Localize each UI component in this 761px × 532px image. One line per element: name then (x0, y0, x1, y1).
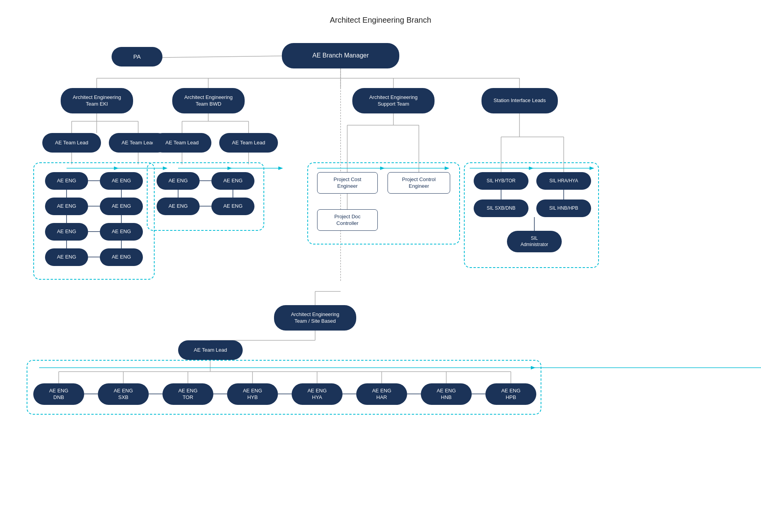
node-project-cost: Project CostEngineer (317, 172, 378, 194)
node-sil-hra-hya: SIL HRA/HYA (536, 172, 591, 190)
node-eng-eki-r4c2: AE ENG (100, 248, 143, 266)
node-eng-eki-r3c2: AE ENG (100, 223, 143, 241)
node-eng-hpb: AE ENGHPB (485, 383, 536, 405)
node-eng-eki-r1c2: AE ENG (100, 172, 143, 190)
node-eng-eki-r4c1: AE ENG (45, 248, 88, 266)
node-eng-bwd-r2c1: AE ENG (157, 198, 200, 215)
node-ae-team-bwd: Architect EngineeringTeam BWD (172, 88, 245, 113)
node-sil-hnb-hpb: SIL HNB/HPB (536, 200, 591, 217)
node-sil-sxb-dnb: SIL SXB/DNB (474, 200, 528, 217)
node-project-control: Project ControlEngineer (388, 172, 450, 194)
node-eng-bwd-r2c2: AE ENG (211, 198, 254, 215)
node-eng-eki-r1c1: AE ENG (45, 172, 88, 190)
node-ae-team-lead-bwd-1: AE Team Lead (153, 133, 211, 153)
svg-line-0 (162, 56, 282, 58)
node-sil-admin: SILAdministrator (507, 231, 562, 252)
node-eng-har: AE ENGHAR (356, 383, 407, 405)
node-ae-team-site: Architect EngineeringTeam / Site Based (274, 305, 356, 331)
node-eng-dnb: AE ENGDNB (33, 383, 84, 405)
node-eng-hya: AE ENGHYA (292, 383, 343, 405)
node-ae-support: Architect EngineeringSupport Team (352, 88, 435, 113)
node-pa: PA (112, 47, 162, 66)
node-eng-eki-r2c2: AE ENG (100, 198, 143, 215)
node-ae-team-lead-site: AE Team Lead (178, 340, 243, 360)
node-ae-team-lead-eki-1: AE Team Lead (42, 133, 101, 153)
node-eng-tor: AE ENGTOR (162, 383, 213, 405)
node-eng-hnb: AE ENGHNB (421, 383, 472, 405)
node-station-interface: Station Interface Leads (481, 88, 558, 113)
node-ae-team-lead-bwd-2: AE Team Lead (219, 133, 278, 153)
node-eng-eki-r3c1: AE ENG (45, 223, 88, 241)
node-eng-bwd-r1c2: AE ENG (211, 172, 254, 190)
node-ae-team-eki: Architect EngineeringTeam EKI (61, 88, 133, 113)
node-project-doc: Project DocController (317, 209, 378, 231)
page: Architect Engineering Branch (0, 0, 761, 532)
node-eng-bwd-r1c1: AE ENG (157, 172, 200, 190)
node-eng-hyb: AE ENGHYB (227, 383, 278, 405)
page-title: Architect Engineering Branch (330, 16, 431, 25)
node-sil-hyb-tor: SIL HYB/TOR (474, 172, 528, 190)
node-ae-branch-manager: AE Branch Manager (282, 43, 399, 68)
node-eng-eki-r2c1: AE ENG (45, 198, 88, 215)
node-eng-sxb: AE ENGSXB (98, 383, 149, 405)
